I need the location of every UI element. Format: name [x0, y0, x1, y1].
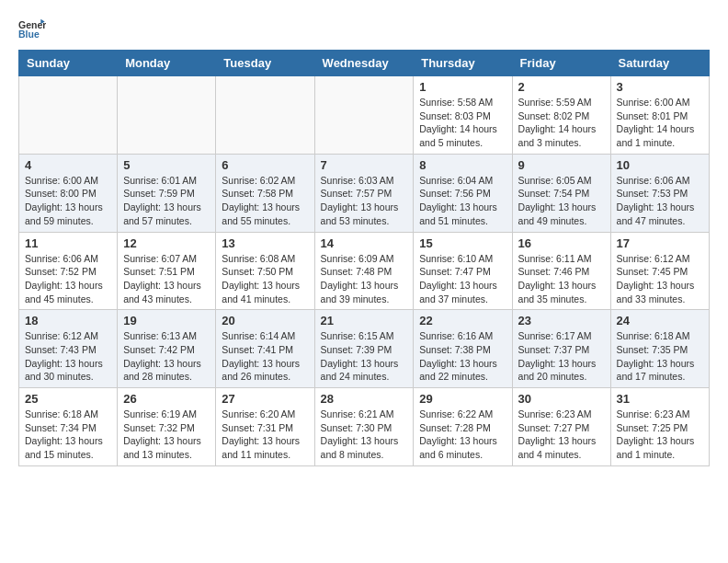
day-number: 27: [222, 392, 308, 406]
day-number: 6: [222, 158, 308, 172]
day-info: Sunrise: 6:03 AM Sunset: 7:57 PM Dayligh…: [321, 174, 408, 228]
calendar-cell: 9Sunrise: 6:05 AM Sunset: 7:54 PM Daylig…: [512, 154, 610, 232]
day-info: Sunrise: 6:07 AM Sunset: 7:51 PM Dayligh…: [123, 252, 210, 306]
calendar-cell: 18Sunrise: 6:12 AM Sunset: 7:43 PM Dayli…: [19, 310, 118, 388]
weekday-header-thursday: Thursday: [414, 51, 512, 76]
day-number: 11: [25, 236, 111, 250]
day-info: Sunrise: 6:18 AM Sunset: 7:35 PM Dayligh…: [617, 329, 703, 384]
day-info: Sunrise: 5:59 AM Sunset: 8:02 PM Dayligh…: [518, 96, 605, 150]
day-info: Sunrise: 6:00 AM Sunset: 8:01 PM Dayligh…: [617, 96, 703, 150]
calendar-cell: 11Sunrise: 6:06 AM Sunset: 7:52 PM Dayli…: [19, 232, 118, 310]
day-number: 30: [518, 392, 605, 406]
calendar-cell: 4Sunrise: 6:00 AM Sunset: 8:00 PM Daylig…: [19, 154, 118, 232]
day-info: Sunrise: 6:23 AM Sunset: 7:25 PM Dayligh…: [617, 408, 703, 462]
weekday-header-sunday: Sunday: [19, 51, 118, 76]
day-info: Sunrise: 6:16 AM Sunset: 7:38 PM Dayligh…: [419, 329, 506, 384]
day-number: 14: [321, 236, 408, 250]
page-header: General Blue: [18, 18, 710, 40]
calendar-cell: [118, 76, 216, 155]
day-number: 26: [123, 392, 210, 406]
day-number: 15: [419, 236, 506, 250]
day-info: Sunrise: 6:10 AM Sunset: 7:47 PM Dayligh…: [419, 252, 506, 306]
day-number: 31: [617, 392, 703, 406]
calendar-cell: 20Sunrise: 6:14 AM Sunset: 7:41 PM Dayli…: [216, 310, 314, 388]
day-info: Sunrise: 6:18 AM Sunset: 7:34 PM Dayligh…: [25, 408, 111, 462]
day-info: Sunrise: 6:06 AM Sunset: 7:53 PM Dayligh…: [617, 174, 703, 228]
day-number: 17: [617, 236, 703, 250]
weekday-header-saturday: Saturday: [610, 51, 709, 76]
day-info: Sunrise: 6:23 AM Sunset: 7:27 PM Dayligh…: [518, 408, 605, 462]
logo-icon: General Blue: [18, 18, 46, 40]
calendar-cell: 28Sunrise: 6:21 AM Sunset: 7:30 PM Dayli…: [314, 388, 414, 466]
calendar-cell: 6Sunrise: 6:02 AM Sunset: 7:58 PM Daylig…: [216, 154, 314, 232]
logo: General Blue: [18, 18, 46, 40]
day-number: 2: [518, 80, 605, 94]
day-number: 28: [321, 392, 408, 406]
day-number: 24: [617, 314, 703, 327]
calendar-week-row: 4Sunrise: 6:00 AM Sunset: 8:00 PM Daylig…: [19, 154, 710, 232]
day-number: 20: [222, 314, 308, 327]
calendar-cell: 30Sunrise: 6:23 AM Sunset: 7:27 PM Dayli…: [512, 388, 610, 466]
calendar-cell: 26Sunrise: 6:19 AM Sunset: 7:32 PM Dayli…: [118, 388, 216, 466]
calendar-cell: 22Sunrise: 6:16 AM Sunset: 7:38 PM Dayli…: [414, 310, 512, 388]
calendar-cell: 16Sunrise: 6:11 AM Sunset: 7:46 PM Dayli…: [512, 232, 610, 310]
calendar-cell: 31Sunrise: 6:23 AM Sunset: 7:25 PM Dayli…: [610, 388, 709, 466]
day-number: 9: [518, 158, 605, 172]
day-number: 3: [617, 80, 703, 94]
calendar-cell: 23Sunrise: 6:17 AM Sunset: 7:37 PM Dayli…: [512, 310, 610, 388]
calendar-cell: 1Sunrise: 5:58 AM Sunset: 8:03 PM Daylig…: [414, 76, 512, 155]
day-info: Sunrise: 6:19 AM Sunset: 7:32 PM Dayligh…: [123, 408, 210, 462]
day-number: 1: [419, 80, 506, 94]
calendar-cell: 5Sunrise: 6:01 AM Sunset: 7:59 PM Daylig…: [118, 154, 216, 232]
calendar-cell: 21Sunrise: 6:15 AM Sunset: 7:39 PM Dayli…: [314, 310, 414, 388]
calendar-cell: 12Sunrise: 6:07 AM Sunset: 7:51 PM Dayli…: [118, 232, 216, 310]
day-info: Sunrise: 6:11 AM Sunset: 7:46 PM Dayligh…: [518, 252, 605, 306]
calendar-cell: 8Sunrise: 6:04 AM Sunset: 7:56 PM Daylig…: [414, 154, 512, 232]
calendar-cell: 15Sunrise: 6:10 AM Sunset: 7:47 PM Dayli…: [414, 232, 512, 310]
calendar-cell: 27Sunrise: 6:20 AM Sunset: 7:31 PM Dayli…: [216, 388, 314, 466]
day-number: 25: [25, 392, 111, 406]
day-info: Sunrise: 6:14 AM Sunset: 7:41 PM Dayligh…: [222, 329, 308, 384]
day-info: Sunrise: 6:13 AM Sunset: 7:42 PM Dayligh…: [123, 329, 210, 384]
calendar-cell: 7Sunrise: 6:03 AM Sunset: 7:57 PM Daylig…: [314, 154, 414, 232]
calendar-cell: 2Sunrise: 5:59 AM Sunset: 8:02 PM Daylig…: [512, 76, 610, 155]
day-number: 13: [222, 236, 308, 250]
day-info: Sunrise: 6:05 AM Sunset: 7:54 PM Dayligh…: [518, 174, 605, 228]
day-info: Sunrise: 6:20 AM Sunset: 7:31 PM Dayligh…: [222, 408, 308, 462]
weekday-header-tuesday: Tuesday: [216, 51, 314, 76]
calendar-table: SundayMondayTuesdayWednesdayThursdayFrid…: [18, 50, 710, 466]
calendar-week-row: 18Sunrise: 6:12 AM Sunset: 7:43 PM Dayli…: [19, 310, 710, 388]
calendar-cell: 13Sunrise: 6:08 AM Sunset: 7:50 PM Dayli…: [216, 232, 314, 310]
calendar-week-row: 25Sunrise: 6:18 AM Sunset: 7:34 PM Dayli…: [19, 388, 710, 466]
day-number: 8: [419, 158, 506, 172]
calendar-cell: 14Sunrise: 6:09 AM Sunset: 7:48 PM Dayli…: [314, 232, 414, 310]
calendar-cell: 10Sunrise: 6:06 AM Sunset: 7:53 PM Dayli…: [610, 154, 709, 232]
day-info: Sunrise: 6:08 AM Sunset: 7:50 PM Dayligh…: [222, 252, 308, 306]
calendar-cell: 24Sunrise: 6:18 AM Sunset: 7:35 PM Dayli…: [610, 310, 709, 388]
calendar-cell: 25Sunrise: 6:18 AM Sunset: 7:34 PM Dayli…: [19, 388, 118, 466]
calendar-cell: [19, 76, 118, 155]
day-number: 29: [419, 392, 506, 406]
weekday-header-row: SundayMondayTuesdayWednesdayThursdayFrid…: [19, 51, 710, 76]
calendar-cell: 29Sunrise: 6:22 AM Sunset: 7:28 PM Dayli…: [414, 388, 512, 466]
day-info: Sunrise: 6:22 AM Sunset: 7:28 PM Dayligh…: [419, 408, 506, 462]
day-info: Sunrise: 6:01 AM Sunset: 7:59 PM Dayligh…: [123, 174, 210, 228]
day-number: 4: [25, 158, 111, 172]
weekday-header-friday: Friday: [512, 51, 610, 76]
day-number: 7: [321, 158, 408, 172]
calendar-cell: 17Sunrise: 6:12 AM Sunset: 7:45 PM Dayli…: [610, 232, 709, 310]
calendar-week-row: 11Sunrise: 6:06 AM Sunset: 7:52 PM Dayli…: [19, 232, 710, 310]
svg-text:Blue: Blue: [18, 29, 40, 40]
day-info: Sunrise: 6:17 AM Sunset: 7:37 PM Dayligh…: [518, 329, 605, 384]
day-number: 21: [321, 314, 408, 327]
calendar-cell: 19Sunrise: 6:13 AM Sunset: 7:42 PM Dayli…: [118, 310, 216, 388]
day-info: Sunrise: 5:58 AM Sunset: 8:03 PM Dayligh…: [419, 96, 506, 150]
day-info: Sunrise: 6:02 AM Sunset: 7:58 PM Dayligh…: [222, 174, 308, 228]
day-info: Sunrise: 6:12 AM Sunset: 7:43 PM Dayligh…: [25, 329, 111, 384]
day-info: Sunrise: 6:04 AM Sunset: 7:56 PM Dayligh…: [419, 174, 506, 228]
day-info: Sunrise: 6:09 AM Sunset: 7:48 PM Dayligh…: [321, 252, 408, 306]
weekday-header-wednesday: Wednesday: [314, 51, 414, 76]
day-info: Sunrise: 6:15 AM Sunset: 7:39 PM Dayligh…: [321, 329, 408, 384]
calendar-week-row: 1Sunrise: 5:58 AM Sunset: 8:03 PM Daylig…: [19, 76, 710, 155]
day-info: Sunrise: 6:12 AM Sunset: 7:45 PM Dayligh…: [617, 252, 703, 306]
